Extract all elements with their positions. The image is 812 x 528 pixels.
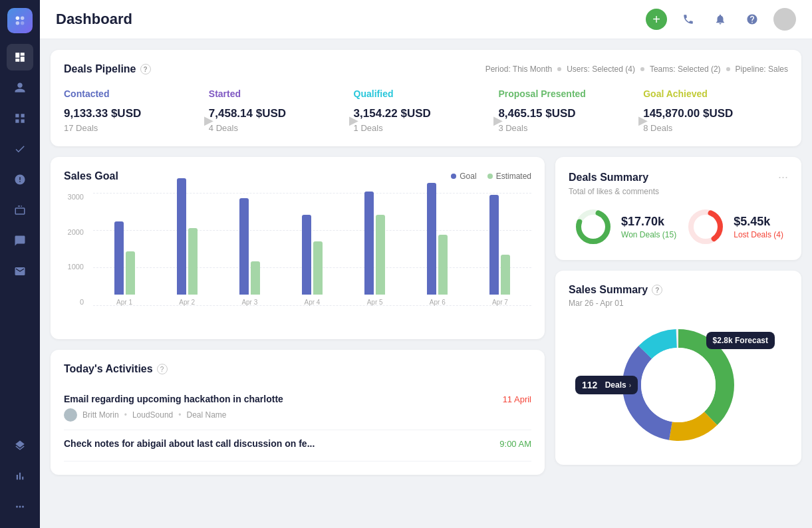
- svg-point-2: [16, 21, 19, 25]
- user-avatar[interactable]: [773, 8, 796, 31]
- bar-group-6: Apr 6: [427, 183, 448, 306]
- deals-summary-header: Deals Summary ···: [569, 170, 788, 184]
- sales-goal-card: Sales Goal Goal Estimated: [51, 157, 545, 339]
- two-col-section: Sales Goal Goal Estimated: [51, 157, 801, 475]
- sales-summary-title-row: Sales Summary ?: [569, 284, 788, 296]
- bar-est-4: [313, 241, 323, 295]
- estimated-dot: [487, 174, 493, 179]
- forecast-badge: $2.8k Forecast: [706, 332, 775, 349]
- bar-goal-6: [427, 183, 436, 295]
- help-icon[interactable]: [742, 9, 763, 30]
- bar-est-3: [251, 261, 260, 295]
- chart-header: Sales Goal Goal Estimated: [64, 170, 531, 182]
- bar-group-5: Apr 5: [364, 192, 385, 306]
- pipeline-help-icon[interactable]: ?: [140, 64, 151, 74]
- goal-dot: [451, 174, 456, 179]
- deals-summary-card: Deals Summary ··· Total of likes & comme…: [555, 157, 801, 260]
- bar-group-3: Apr 3: [239, 198, 260, 306]
- svg-point-0: [16, 17, 19, 20]
- left-column: Sales Goal Goal Estimated: [51, 157, 545, 475]
- bar-goal-5: [364, 192, 374, 295]
- deals-pipeline-card: Deals Pipeline ? Period: This Month User…: [51, 50, 801, 146]
- sidebar-item-tasks[interactable]: [7, 136, 33, 162]
- legend-estimated: Estimated: [487, 172, 531, 181]
- activity-item-2: Check notes for abigail about last call …: [64, 430, 531, 462]
- sidebar-item-dashboard[interactable]: [7, 44, 33, 70]
- sales-summary-help-icon[interactable]: ?: [652, 285, 662, 295]
- sidebar-item-reports[interactable]: [7, 463, 33, 489]
- lost-deals-item: $5.45k Lost Deals (4): [686, 207, 783, 247]
- sidebar-item-messages[interactable]: [7, 227, 33, 254]
- sidebar-item-more[interactable]: [7, 493, 33, 520]
- bar-group-1: Apr 1: [114, 221, 135, 306]
- pipeline-stage-started: Started 7,458.14 $USD 4 Deals ▶: [209, 88, 354, 133]
- bar-goal-2: [177, 178, 186, 295]
- chart-area: 3000 2000 1000 0: [64, 193, 531, 326]
- sidebar: [0, 0, 40, 528]
- deals-summary-more[interactable]: ···: [778, 170, 788, 184]
- phone-icon[interactable]: [678, 9, 699, 30]
- page-title: Dashboard: [56, 11, 132, 28]
- right-column: Deals Summary ··· Total of likes & comme…: [555, 157, 801, 475]
- bar-group-2: Apr 2: [177, 178, 198, 306]
- activity-item-1: Email regarding upcoming hackathon in ch…: [64, 386, 531, 430]
- svg-point-13: [641, 348, 716, 422]
- pipeline-stage-goal: Goal Achieved 145,870.00 $USD 8 Deals: [643, 88, 788, 133]
- bar-est-2: [188, 228, 198, 295]
- svg-point-1: [21, 17, 24, 20]
- pipeline-stage-qualified: Qualified 3,154.22 $USD 1 Deals ▶: [354, 88, 499, 133]
- bar-est-7: [501, 255, 510, 295]
- activities-card: Today's Activities ? Email regarding upc…: [51, 350, 545, 475]
- sidebar-item-users[interactable]: [7, 74, 33, 101]
- lost-donut: [686, 207, 726, 247]
- chart-bars-wrapper: Apr 1 Apr 2: [93, 193, 531, 326]
- won-deal-info: $17.70k Won Deals (15): [621, 215, 676, 239]
- stage-arrow-1: ▶: [202, 114, 215, 127]
- pipeline-filters: Period: This Month Users: Selected (4) T…: [485, 65, 788, 74]
- won-donut: [573, 207, 613, 247]
- lost-deal-info: $5.45k Lost Deals (4): [734, 215, 783, 239]
- sidebar-item-finance[interactable]: [7, 166, 33, 193]
- activity-meta-1: Britt Morin • LoudSound • Deal Name: [64, 408, 531, 422]
- content-area: Deals Pipeline ? Period: This Month User…: [40, 39, 812, 528]
- sidebar-item-grid[interactable]: [7, 105, 33, 132]
- pipeline-header: Deals Pipeline ? Period: This Month User…: [64, 63, 788, 75]
- notifications-icon[interactable]: [710, 9, 731, 30]
- bar-goal-1: [114, 221, 124, 295]
- activity-avatar-1: [64, 408, 77, 422]
- deals-count-badge: 112 Deals ›: [575, 376, 638, 394]
- sidebar-item-email[interactable]: [7, 258, 33, 285]
- sales-summary-card: Sales Summary ? Mar 26 - Apr 01: [555, 271, 801, 465]
- main-content: Dashboard + Deals Pipeline ?: [40, 0, 812, 528]
- legend-goal: Goal: [451, 172, 476, 181]
- stage-arrow-2: ▶: [347, 114, 360, 127]
- bar-goal-3: [239, 198, 249, 295]
- bar-goal-7: [489, 195, 499, 295]
- bar-est-6: [438, 235, 448, 295]
- sales-donut-area: 112 Deals › $2.8k Forecast: [569, 319, 788, 452]
- won-deals-item: $17.70k Won Deals (15): [573, 207, 676, 247]
- pipeline-stages: Contacted 9,133.33 $USD 17 Deals ▶ Start…: [64, 88, 788, 133]
- bar-group-7: Apr 7: [489, 195, 510, 306]
- app-logo[interactable]: [7, 8, 33, 33]
- bars-container: Apr 1 Apr 2: [93, 193, 531, 306]
- chart-legend: Goal Estimated: [451, 172, 531, 181]
- svg-point-3: [21, 21, 24, 25]
- sidebar-item-products[interactable]: [7, 197, 33, 223]
- pipeline-stage-proposal: Proposal Presented 8,465.15 $USD 3 Deals…: [498, 88, 643, 133]
- bar-goal-4: [302, 215, 311, 295]
- stage-arrow-3: ▶: [491, 114, 505, 127]
- activities-header: Today's Activities ?: [64, 363, 531, 375]
- add-button[interactable]: +: [646, 9, 667, 30]
- pipeline-stage-contacted: Contacted 9,133.33 $USD 17 Deals ▶: [64, 88, 209, 133]
- bar-group-4: Apr 4: [302, 215, 323, 306]
- stage-arrow-4: ▶: [636, 114, 650, 127]
- activities-help-icon[interactable]: ?: [157, 364, 168, 374]
- bar-est-1: [126, 251, 135, 295]
- deals-summary-items: $17.70k Won Deals (15): [569, 207, 788, 247]
- header: Dashboard +: [40, 0, 812, 39]
- header-actions: +: [646, 8, 796, 31]
- sidebar-item-layers[interactable]: [7, 432, 33, 459]
- bar-est-5: [376, 215, 385, 295]
- pipeline-title: Deals Pipeline ?: [64, 63, 151, 75]
